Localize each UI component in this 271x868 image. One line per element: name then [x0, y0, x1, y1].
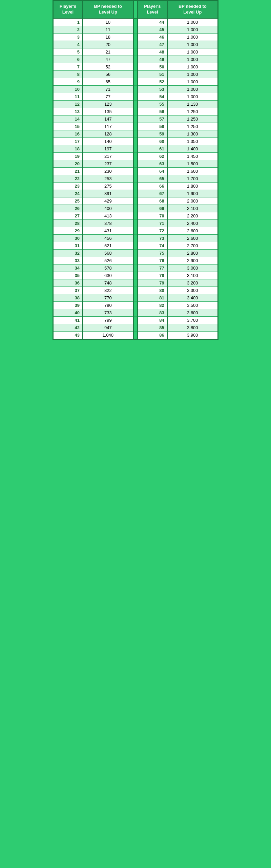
table-row: 21 230 64 1.600 — [53, 167, 218, 175]
bp-left: 770 — [83, 294, 133, 301]
level-right: 56 — [138, 108, 167, 115]
bp-right: 1.000 — [167, 63, 218, 70]
table-row: 2 11 45 1.000 — [53, 26, 218, 33]
bp-right: 3.300 — [167, 287, 218, 294]
level-left: 15 — [53, 123, 83, 130]
row-divider — [133, 190, 138, 197]
bp-right: 1.000 — [167, 70, 218, 78]
bp-right: 1.300 — [167, 130, 218, 137]
header-divider — [133, 1, 138, 18]
bp-right: 3.100 — [167, 272, 218, 279]
bp-left: 1.040 — [83, 331, 133, 339]
table-row: 16 128 59 1.300 — [53, 130, 218, 137]
level-right: 74 — [138, 242, 167, 249]
bp-right: 1.800 — [167, 182, 218, 190]
bp-left: 18 — [83, 33, 133, 41]
level-right: 57 — [138, 115, 167, 123]
level-right: 52 — [138, 78, 167, 85]
bp-left: 799 — [83, 316, 133, 324]
bp-left: 431 — [83, 227, 133, 234]
bp-right: 1.900 — [167, 190, 218, 197]
bp-left: 391 — [83, 190, 133, 197]
level-right: 81 — [138, 294, 167, 301]
bp-left: 65 — [83, 78, 133, 85]
bp-right: 2.200 — [167, 212, 218, 219]
bp-right: 2.600 — [167, 234, 218, 242]
level-right: 78 — [138, 272, 167, 279]
level-right: 72 — [138, 227, 167, 234]
main-table: Player'sLevel BP needed toLevel Up Playe… — [53, 0, 218, 340]
level-left: 12 — [53, 100, 83, 108]
bp-left: 77 — [83, 93, 133, 100]
row-divider — [133, 287, 138, 294]
table-row: 5 21 48 1.000 — [53, 48, 218, 56]
row-divider — [133, 18, 138, 26]
level-left: 22 — [53, 175, 83, 182]
level-right: 51 — [138, 70, 167, 78]
table-row: 43 1.040 86 3.900 — [53, 331, 218, 339]
header-bp-needed-1: BP needed toLevel Up — [83, 1, 133, 18]
bp-left: 413 — [83, 212, 133, 219]
table-row: 4 20 47 1.000 — [53, 41, 218, 48]
table-row: 26 400 69 2.100 — [53, 205, 218, 212]
bp-left: 822 — [83, 287, 133, 294]
bp-left: 230 — [83, 167, 133, 175]
row-divider — [133, 212, 138, 219]
row-divider — [133, 33, 138, 41]
level-right: 82 — [138, 301, 167, 309]
bp-left: 429 — [83, 197, 133, 205]
level-right: 68 — [138, 197, 167, 205]
level-right: 58 — [138, 123, 167, 130]
level-left: 43 — [53, 331, 83, 339]
bp-right: 1.000 — [167, 85, 218, 93]
bp-left: 456 — [83, 234, 133, 242]
bp-left: 47 — [83, 56, 133, 63]
bp-right: 1.500 — [167, 160, 218, 167]
row-divider — [133, 175, 138, 182]
level-right: 75 — [138, 249, 167, 257]
level-left: 31 — [53, 242, 83, 249]
row-divider — [133, 70, 138, 78]
bp-left: 790 — [83, 301, 133, 309]
table-row: 18 197 61 1.400 — [53, 145, 218, 152]
bp-right: 1.000 — [167, 33, 218, 41]
bp-right: 3.200 — [167, 279, 218, 287]
row-divider — [133, 115, 138, 123]
bp-left: 947 — [83, 324, 133, 331]
bp-left: 733 — [83, 309, 133, 316]
table-row: 36 748 79 3.200 — [53, 279, 218, 287]
level-left: 6 — [53, 56, 83, 63]
level-left: 35 — [53, 272, 83, 279]
level-left: 29 — [53, 227, 83, 234]
bp-right: 2.100 — [167, 205, 218, 212]
row-divider — [133, 279, 138, 287]
row-divider — [133, 152, 138, 160]
bp-right: 2.900 — [167, 257, 218, 264]
table-row: 39 790 82 3.500 — [53, 301, 218, 309]
level-left: 11 — [53, 93, 83, 100]
bp-right: 3.600 — [167, 309, 218, 316]
table-row: 34 578 77 3.000 — [53, 264, 218, 272]
level-left: 23 — [53, 182, 83, 190]
bp-left: 21 — [83, 48, 133, 56]
bp-right: 2.000 — [167, 197, 218, 205]
row-divider — [133, 63, 138, 70]
level-right: 59 — [138, 130, 167, 137]
level-right: 60 — [138, 137, 167, 145]
row-divider — [133, 324, 138, 331]
row-divider — [133, 294, 138, 301]
level-right: 69 — [138, 205, 167, 212]
row-divider — [133, 197, 138, 205]
bp-right: 3.400 — [167, 294, 218, 301]
row-divider — [133, 100, 138, 108]
level-right: 44 — [138, 18, 167, 26]
table-row: 23 275 66 1.800 — [53, 182, 218, 190]
row-divider — [133, 234, 138, 242]
level-left: 37 — [53, 287, 83, 294]
bp-right: 1.000 — [167, 41, 218, 48]
level-right: 80 — [138, 287, 167, 294]
level-right: 62 — [138, 152, 167, 160]
bp-left: 123 — [83, 100, 133, 108]
table-row: 28 378 71 2.400 — [53, 219, 218, 227]
row-divider — [133, 227, 138, 234]
